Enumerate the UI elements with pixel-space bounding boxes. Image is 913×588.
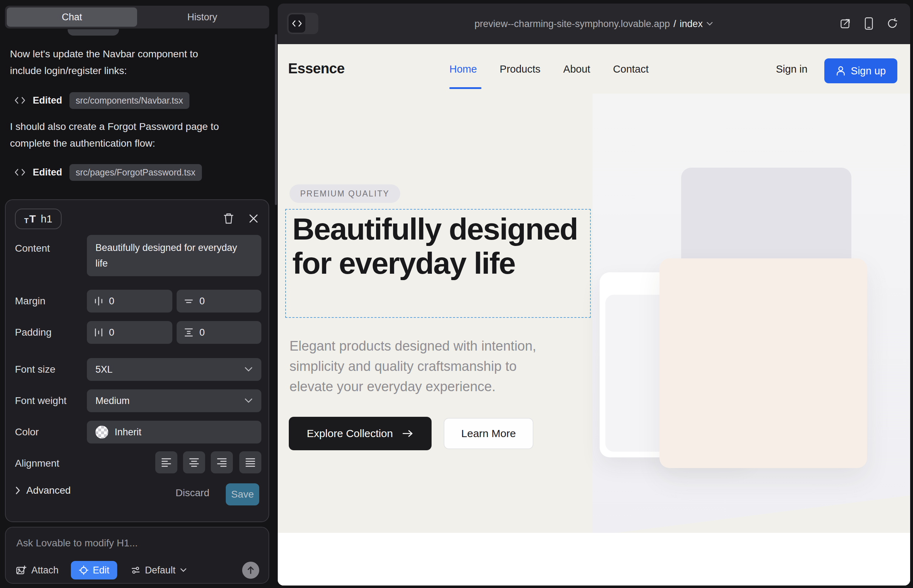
- code-toggle-segment[interactable]: [288, 14, 306, 33]
- open-in-new-tab-button[interactable]: [838, 16, 853, 31]
- edited-label: Edited: [33, 95, 62, 106]
- tab-history[interactable]: History: [137, 8, 267, 27]
- font-weight-select[interactable]: Medium: [87, 389, 261, 412]
- typography-icon: TT: [24, 213, 36, 224]
- browser-chrome: preview--charming-site-symphony.lovable.…: [278, 3, 910, 44]
- margin-y-value: 0: [199, 296, 205, 307]
- explore-collection-button[interactable]: Explore Collection: [289, 417, 432, 450]
- url-host: preview--charming-site-symphony.lovable.…: [475, 18, 670, 29]
- content-label: Content: [15, 243, 50, 254]
- color-select[interactable]: Inherit: [87, 421, 261, 444]
- site-logo[interactable]: Essence: [288, 60, 345, 76]
- preview-browser: preview--charming-site-symphony.lovable.…: [278, 3, 910, 585]
- close-icon: [248, 213, 259, 224]
- align-justify-button[interactable]: [239, 451, 261, 473]
- send-button[interactable]: [242, 562, 259, 579]
- refresh-button[interactable]: [885, 16, 900, 31]
- refresh-icon: [886, 18, 898, 29]
- save-button[interactable]: Save: [226, 483, 259, 506]
- nav-link-products[interactable]: Products: [500, 63, 540, 75]
- element-tag-pill[interactable]: TT h1: [15, 208, 62, 229]
- nav-link-home[interactable]: Home: [449, 63, 477, 75]
- padding-horizontal-icon: [94, 328, 103, 338]
- edit-label: Edit: [93, 565, 110, 576]
- target-icon: [79, 565, 89, 575]
- site-nav: Home Products About Contact: [449, 63, 649, 75]
- advanced-toggle[interactable]: Advanced: [15, 485, 71, 496]
- close-editor-button[interactable]: [246, 212, 261, 226]
- mobile-phone-icon: [864, 17, 874, 30]
- learn-more-button[interactable]: Learn More: [444, 418, 533, 449]
- chevron-down-icon: [244, 398, 253, 404]
- default-label: Default: [145, 565, 176, 576]
- align-right-icon: [217, 458, 227, 467]
- premium-quality-badge: PREMIUM QUALITY: [290, 184, 400, 203]
- font-size-label: Font size: [15, 364, 55, 375]
- element-tag-label: h1: [41, 213, 52, 225]
- font-size-select[interactable]: 5XL: [87, 358, 261, 381]
- color-label: Color: [15, 426, 39, 438]
- sign-in-link[interactable]: Sign in: [776, 63, 808, 75]
- margin-horizontal-icon: [94, 296, 103, 306]
- chevron-right-icon: [15, 486, 21, 495]
- sign-up-button[interactable]: Sign up: [824, 58, 897, 83]
- next-section-background: [278, 533, 910, 585]
- margin-y-input[interactable]: 0: [176, 290, 261, 312]
- mobile-view-button[interactable]: [862, 16, 876, 31]
- font-weight-label: Font weight: [15, 395, 66, 407]
- url-separator: /: [673, 18, 676, 29]
- paragraph-line: elevate your everyday experience.: [290, 376, 536, 397]
- composer-toolbar: Attach Edit Default: [16, 561, 259, 580]
- h1-selection-outline[interactable]: Beautifully designed for everyday life: [285, 209, 591, 318]
- edit-mode-button[interactable]: Edit: [71, 561, 118, 580]
- url-bar[interactable]: preview--charming-site-symphony.lovable.…: [278, 3, 910, 44]
- file-chip[interactable]: src/pages/ForgotPassword.tsx: [70, 164, 202, 181]
- message-line: I should also create a Forgot Password p…: [10, 118, 219, 135]
- align-center-button[interactable]: [183, 451, 205, 473]
- align-left-icon: [161, 458, 172, 467]
- lovable-workspace: Chat History Now let's update the Navbar…: [0, 0, 913, 588]
- margin-x-input[interactable]: 0: [87, 290, 172, 312]
- padding-x-input[interactable]: 0: [87, 321, 172, 344]
- nav-link-about[interactable]: About: [563, 63, 590, 75]
- decorative-card-beige: [659, 258, 867, 468]
- chat-composer: Ask Lovable to modify H1... Attach Edit: [5, 527, 269, 584]
- nav-link-contact[interactable]: Contact: [613, 63, 649, 75]
- hero-heading[interactable]: Beautifully designed for everyday life: [292, 212, 584, 280]
- align-left-button[interactable]: [155, 451, 177, 473]
- padding-y-value: 0: [199, 327, 205, 338]
- model-default-dropdown[interactable]: Default: [129, 564, 189, 576]
- code-preview-toggle[interactable]: [287, 13, 318, 34]
- user-icon: [836, 66, 846, 76]
- trash-icon: [223, 213, 234, 225]
- chat-history-tabs: Chat History: [5, 6, 269, 29]
- tab-chat[interactable]: Chat: [7, 8, 137, 27]
- attach-image-icon: [16, 565, 26, 575]
- chat-input[interactable]: Ask Lovable to modify H1...: [16, 538, 138, 549]
- hero-paragraph: Elegant products designed with intention…: [290, 336, 536, 397]
- paragraph-line: simplicity and quality craftsmanship to: [290, 356, 536, 376]
- delete-element-button[interactable]: [222, 212, 236, 226]
- site-canvas: Essence Home Products About Contact Sign…: [278, 44, 910, 585]
- arrow-up-icon: [246, 565, 255, 575]
- assistant-message: I should also create a Forgot Password p…: [10, 118, 219, 152]
- file-chip[interactable]: src/components/Navbar.tsx: [70, 92, 190, 109]
- attach-button[interactable]: Attach: [16, 565, 59, 576]
- content-textarea[interactable]: Beautifully designed for everyday life: [87, 235, 261, 276]
- sign-up-label: Sign up: [851, 65, 885, 77]
- align-right-button[interactable]: [211, 451, 233, 473]
- message-line: complete the authentication flow:: [10, 135, 219, 152]
- alignment-label: Alignment: [15, 458, 60, 469]
- padding-y-input[interactable]: 0: [176, 321, 261, 344]
- edited-label: Edited: [33, 167, 62, 178]
- align-center-icon: [189, 458, 199, 467]
- color-value: Inherit: [115, 427, 141, 438]
- explore-collection-label: Explore Collection: [307, 428, 393, 439]
- discard-button[interactable]: Discard: [173, 487, 212, 499]
- color-swatch: [96, 426, 108, 438]
- chat-scrollbar[interactable]: [275, 34, 277, 205]
- message-line: Now let's update the Navbar component to: [10, 45, 198, 62]
- external-link-icon: [839, 18, 851, 29]
- code-icon: [291, 19, 302, 27]
- font-size-value: 5XL: [96, 364, 113, 375]
